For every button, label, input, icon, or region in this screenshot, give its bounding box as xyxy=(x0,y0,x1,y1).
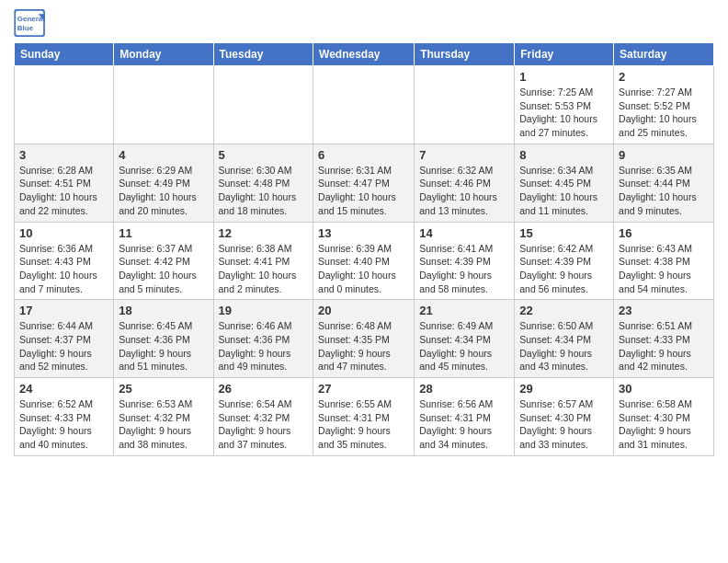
day-info: Sunrise: 6:29 AM Sunset: 4:49 PM Dayligh… xyxy=(119,164,208,218)
day-number: 7 xyxy=(419,148,509,162)
day-info: Sunrise: 7:25 AM Sunset: 5:53 PM Dayligh… xyxy=(519,86,609,140)
calendar-cell: 9Sunrise: 6:35 AM Sunset: 4:44 PM Daylig… xyxy=(614,144,714,222)
weekday-header: Tuesday xyxy=(213,43,313,66)
calendar-cell: 17Sunrise: 6:44 AM Sunset: 4:37 PM Dayli… xyxy=(15,300,114,378)
svg-text:Blue: Blue xyxy=(17,24,34,32)
day-number: 20 xyxy=(318,304,409,317)
day-info: Sunrise: 6:49 AM Sunset: 4:34 PM Dayligh… xyxy=(419,319,509,373)
day-number: 26 xyxy=(219,382,309,396)
day-info: Sunrise: 6:57 AM Sunset: 4:30 PM Dayligh… xyxy=(519,397,609,452)
calendar-cell: 10Sunrise: 6:36 AM Sunset: 4:43 PM Dayli… xyxy=(15,222,114,300)
calendar-cell: 3Sunrise: 6:28 AM Sunset: 4:51 PM Daylig… xyxy=(15,144,114,222)
calendar-table: SundayMondayTuesdayWednesdayThursdayFrid… xyxy=(14,42,714,456)
day-info: Sunrise: 6:46 AM Sunset: 4:36 PM Dayligh… xyxy=(219,319,309,373)
calendar-cell: 18Sunrise: 6:45 AM Sunset: 4:36 PM Dayli… xyxy=(114,300,213,378)
day-number: 29 xyxy=(519,382,609,396)
day-number: 28 xyxy=(419,382,509,396)
calendar-cell: 23Sunrise: 6:51 AM Sunset: 4:33 PM Dayli… xyxy=(614,300,714,378)
calendar-cell: 7Sunrise: 6:32 AM Sunset: 4:46 PM Daylig… xyxy=(415,144,515,222)
calendar-cell: 26Sunrise: 6:54 AM Sunset: 4:32 PM Dayli… xyxy=(213,378,313,456)
day-info: Sunrise: 6:42 AM Sunset: 4:39 PM Dayligh… xyxy=(519,242,609,296)
day-info: Sunrise: 6:28 AM Sunset: 4:51 PM Dayligh… xyxy=(19,164,108,218)
day-number: 4 xyxy=(119,148,208,162)
day-number: 17 xyxy=(19,304,108,317)
day-number: 22 xyxy=(519,304,609,317)
calendar-cell: 15Sunrise: 6:42 AM Sunset: 4:39 PM Dayli… xyxy=(515,222,614,300)
day-number: 10 xyxy=(19,226,108,240)
day-info: Sunrise: 6:44 AM Sunset: 4:37 PM Dayligh… xyxy=(19,319,108,373)
calendar-cell: 6Sunrise: 6:31 AM Sunset: 4:47 PM Daylig… xyxy=(313,144,415,222)
day-info: Sunrise: 6:32 AM Sunset: 4:46 PM Dayligh… xyxy=(419,164,509,218)
calendar-cell xyxy=(15,66,114,144)
day-number: 12 xyxy=(219,226,309,240)
day-number: 9 xyxy=(619,148,709,162)
day-number: 14 xyxy=(419,226,509,240)
calendar-cell xyxy=(313,66,415,144)
weekday-header: Saturday xyxy=(614,43,714,66)
weekday-header: Friday xyxy=(515,43,614,66)
calendar-cell: 21Sunrise: 6:49 AM Sunset: 4:34 PM Dayli… xyxy=(415,300,515,378)
day-info: Sunrise: 6:37 AM Sunset: 4:42 PM Dayligh… xyxy=(119,242,208,296)
day-info: Sunrise: 6:55 AM Sunset: 4:31 PM Dayligh… xyxy=(318,397,409,452)
calendar-cell: 30Sunrise: 6:58 AM Sunset: 4:30 PM Dayli… xyxy=(614,378,714,456)
day-info: Sunrise: 6:30 AM Sunset: 4:48 PM Dayligh… xyxy=(219,164,309,218)
day-number: 19 xyxy=(219,304,309,317)
day-number: 13 xyxy=(318,226,409,240)
day-number: 23 xyxy=(619,304,709,317)
calendar-cell: 12Sunrise: 6:38 AM Sunset: 4:41 PM Dayli… xyxy=(213,222,313,300)
calendar-cell xyxy=(415,66,515,144)
day-number: 27 xyxy=(318,382,409,396)
day-number: 24 xyxy=(19,382,108,396)
day-number: 2 xyxy=(619,70,709,84)
day-info: Sunrise: 6:51 AM Sunset: 4:33 PM Dayligh… xyxy=(619,319,709,373)
calendar-cell: 11Sunrise: 6:37 AM Sunset: 4:42 PM Dayli… xyxy=(114,222,213,300)
calendar-cell: 13Sunrise: 6:39 AM Sunset: 4:40 PM Dayli… xyxy=(313,222,415,300)
day-info: Sunrise: 6:36 AM Sunset: 4:43 PM Dayligh… xyxy=(19,242,108,296)
day-info: Sunrise: 6:39 AM Sunset: 4:40 PM Dayligh… xyxy=(318,242,409,296)
calendar-cell: 19Sunrise: 6:46 AM Sunset: 4:36 PM Dayli… xyxy=(213,300,313,378)
calendar-cell: 24Sunrise: 6:52 AM Sunset: 4:33 PM Dayli… xyxy=(15,378,114,456)
day-number: 30 xyxy=(619,382,709,396)
calendar-cell: 27Sunrise: 6:55 AM Sunset: 4:31 PM Dayli… xyxy=(313,378,415,456)
day-info: Sunrise: 6:35 AM Sunset: 4:44 PM Dayligh… xyxy=(619,164,709,218)
calendar-cell xyxy=(114,66,213,144)
page-header: General Blue xyxy=(14,9,714,37)
logo-icon: General Blue xyxy=(14,9,47,37)
calendar-cell: 8Sunrise: 6:34 AM Sunset: 4:45 PM Daylig… xyxy=(515,144,614,222)
day-info: Sunrise: 6:52 AM Sunset: 4:33 PM Dayligh… xyxy=(19,397,108,452)
calendar-cell xyxy=(213,66,313,144)
weekday-header: Wednesday xyxy=(313,43,415,66)
calendar-cell: 29Sunrise: 6:57 AM Sunset: 4:30 PM Dayli… xyxy=(515,378,614,456)
day-info: Sunrise: 6:34 AM Sunset: 4:45 PM Dayligh… xyxy=(519,164,609,218)
day-number: 21 xyxy=(419,304,509,317)
day-info: Sunrise: 6:41 AM Sunset: 4:39 PM Dayligh… xyxy=(419,242,509,296)
day-info: Sunrise: 6:43 AM Sunset: 4:38 PM Dayligh… xyxy=(619,242,709,296)
day-info: Sunrise: 6:48 AM Sunset: 4:35 PM Dayligh… xyxy=(318,319,409,373)
day-info: Sunrise: 6:45 AM Sunset: 4:36 PM Dayligh… xyxy=(119,319,208,373)
day-number: 8 xyxy=(519,148,609,162)
day-number: 15 xyxy=(519,226,609,240)
calendar-cell: 22Sunrise: 6:50 AM Sunset: 4:34 PM Dayli… xyxy=(515,300,614,378)
day-info: Sunrise: 6:50 AM Sunset: 4:34 PM Dayligh… xyxy=(519,319,609,373)
day-number: 3 xyxy=(19,148,108,162)
calendar-cell: 25Sunrise: 6:53 AM Sunset: 4:32 PM Dayli… xyxy=(114,378,213,456)
day-number: 1 xyxy=(519,70,609,84)
calendar-cell: 2Sunrise: 7:27 AM Sunset: 5:52 PM Daylig… xyxy=(614,66,714,144)
day-info: Sunrise: 6:56 AM Sunset: 4:31 PM Dayligh… xyxy=(419,397,509,452)
day-info: Sunrise: 6:31 AM Sunset: 4:47 PM Dayligh… xyxy=(318,164,409,218)
day-info: Sunrise: 6:54 AM Sunset: 4:32 PM Dayligh… xyxy=(219,397,309,452)
calendar-cell: 28Sunrise: 6:56 AM Sunset: 4:31 PM Dayli… xyxy=(415,378,515,456)
day-info: Sunrise: 7:27 AM Sunset: 5:52 PM Dayligh… xyxy=(619,86,709,140)
day-number: 11 xyxy=(119,226,208,240)
calendar-cell: 20Sunrise: 6:48 AM Sunset: 4:35 PM Dayli… xyxy=(313,300,415,378)
day-number: 5 xyxy=(219,148,309,162)
calendar-cell: 4Sunrise: 6:29 AM Sunset: 4:49 PM Daylig… xyxy=(114,144,213,222)
weekday-header: Thursday xyxy=(415,43,515,66)
weekday-header: Monday xyxy=(114,43,213,66)
calendar-cell: 14Sunrise: 6:41 AM Sunset: 4:39 PM Dayli… xyxy=(415,222,515,300)
calendar-cell: 5Sunrise: 6:30 AM Sunset: 4:48 PM Daylig… xyxy=(213,144,313,222)
weekday-header: Sunday xyxy=(15,43,114,66)
day-number: 25 xyxy=(119,382,208,396)
day-number: 6 xyxy=(318,148,409,162)
day-info: Sunrise: 6:58 AM Sunset: 4:30 PM Dayligh… xyxy=(619,397,709,452)
